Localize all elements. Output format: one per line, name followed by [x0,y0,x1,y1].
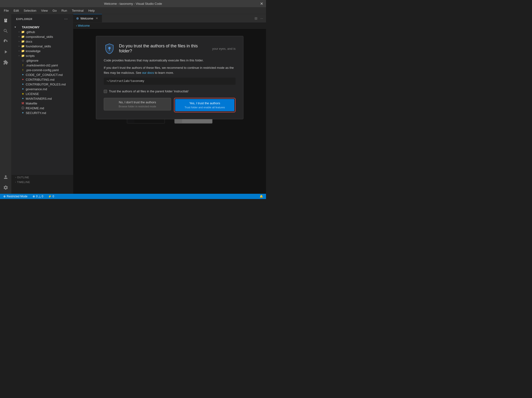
errors-count: 0 [36,195,38,198]
menu-item-edit[interactable]: Edit [12,8,21,13]
folder-icon: 📁 [21,44,25,48]
tree-item-docs[interactable]: › 📁 docs [11,39,73,44]
governance-label: governance.md [26,87,73,91]
tree-item-security[interactable]: ✦ SECURITY.md [11,110,73,115]
menu-item-run[interactable]: Run [59,8,69,13]
github-label: .github [26,30,73,34]
security-icon: ✦ [21,111,25,115]
tree-item-precommit[interactable]: ! .pre-commit-config.yaml [11,68,73,72]
more-actions-button[interactable]: ··· [259,16,264,21]
welcome-tab[interactable]: ⊕ Welcome ✕ [73,14,102,22]
root-folder[interactable]: ▼ TAXONOMY [11,25,73,30]
coc-icon: ✦ [21,73,25,77]
coc-label: CODE_OF_CONDUCT.md [26,73,73,77]
yes-trust-sub: Trust folder and enable all features [179,106,231,109]
bell-icon: 🔔 [260,195,263,198]
menu-item-help[interactable]: Help [86,8,97,13]
notification-bell[interactable]: 🔔 [259,194,264,199]
license-icon: ★ [21,92,25,96]
folder-icon: 📁 [21,49,25,53]
menu-item-selection[interactable]: Selection [22,8,38,13]
settings-activity-icon[interactable] [1,183,10,192]
precommit-label: .pre-commit-config.yaml [26,68,73,72]
file-tree: ▼ TAXONOMY › 📁 .github › 📁 compositional… [11,24,73,175]
license-label: LICENSE [26,92,73,96]
no-trust-sub: Browse folder in restricted mode [108,105,167,108]
menu-item-terminal[interactable]: Terminal [70,8,85,13]
dialog-title-right: your eyes, and is [212,47,235,51]
close-button[interactable]: ✕ [260,1,263,6]
split-editor-button[interactable]: ⊟ [254,16,258,21]
dialog-overlay: Do you trust the authors of the files in… [73,29,266,194]
tree-item-governance[interactable]: ✦ governance.md [11,87,73,91]
folder-collapsed-arrow: › [17,35,21,39]
tree-item-knowledge[interactable]: › 📁 knowledge [11,49,73,53]
remote-icon: ⚡ [48,195,52,198]
contributor-roles-icon: ✦ [21,82,25,86]
makefile-label: Makefile [26,102,73,105]
trust-parent-checkbox[interactable] [104,90,107,93]
dialog-body-p1: Code provides features that may automati… [104,58,235,63]
maintainers-label: MAINTAINERS.md [26,97,73,100]
status-bar: ⊕ Restricted Mode ⊗ 0 △ 0 ⚡ 0 🔔 [0,194,266,199]
breadcrumb-welcome[interactable]: ‹ Welcome [76,24,90,27]
folder-arrow: ▼ [13,25,17,29]
tree-item-gitignore[interactable]: ◇ .gitignore [11,58,73,63]
tree-item-foundational-skills[interactable]: › 📁 foundational_skills [11,44,73,49]
timeline-label: TIMELINE [17,181,30,184]
folder-collapsed-arrow: › [17,30,21,34]
tree-item-markdownlint[interactable]: ! .markdownlint-cli2.yaml [11,63,73,68]
main-layout: EXPLORER ··· ▼ TAXONOMY › 📁 .github › 📁 [0,14,266,194]
makefile-icon: M [21,101,25,105]
maintainers-icon: ✦ [21,97,25,100]
dialog-body: Code provides features that may automati… [104,58,235,75]
explorer-activity-icon[interactable] [1,16,10,25]
sidebar-more-button[interactable]: ··· [64,17,68,21]
tree-item-coc[interactable]: ✦ CODE_OF_CONDUCT.md [11,72,73,77]
tree-item-makefile[interactable]: M Makefile [11,101,73,106]
remote-indicator[interactable]: ⚡ 0 [47,194,55,199]
menu-item-file[interactable]: File [2,8,11,13]
source-control-activity-icon[interactable] [1,37,10,46]
dialog-docs-link[interactable]: our docs [142,71,154,75]
tree-item-license[interactable]: ★ LICENSE [11,91,73,96]
menu-item-view[interactable]: View [39,8,50,13]
sidebar-header: EXPLORER ··· [11,14,73,24]
markdownlint-label: .markdownlint-cli2.yaml [26,64,73,67]
tree-item-github[interactable]: › 📁 .github [11,30,73,34]
errors-icon: ⊗ [33,195,35,198]
tree-item-contributor-roles[interactable]: ✦ CONTRIBUTOR_ROLES.md [11,82,73,87]
tree-item-readme[interactable]: ⓘ README.md [11,106,73,110]
welcome-tab-close[interactable]: ✕ [95,16,99,20]
restricted-mode-indicator[interactable]: ⊕ Restricted Mode [2,194,29,199]
panel-area: › OUTLINE › TIMELINE [11,175,73,194]
tree-item-scripts[interactable]: › 📁 scripts [11,53,73,58]
timeline-panel[interactable]: › TIMELINE [11,180,73,185]
warnings-icon: △ [38,195,41,198]
menu-item-go[interactable]: Go [51,8,58,13]
precommit-icon: ! [21,68,25,72]
search-activity-icon[interactable] [1,27,10,35]
extensions-activity-icon[interactable] [1,58,10,67]
dialog-checkbox-row: Trust the authors of all files in the pa… [104,90,235,93]
tree-item-maintainers[interactable]: ✦ MAINTAINERS.md [11,96,73,101]
scripts-label: scripts [26,54,73,58]
run-debug-activity-icon[interactable] [1,48,10,56]
svg-point-0 [108,47,111,49]
yes-trust-button[interactable]: Yes, I trust the authors Trust folder an… [175,99,234,111]
security-label: SECURITY.md [26,111,73,115]
folder-icon: 📁 [21,30,25,34]
explorer-label: EXPLORER [16,18,33,20]
contributing-icon: ✦ [21,77,25,81]
tree-item-compositional-skills[interactable]: › 📁 compositional_skills [11,34,73,39]
foundational-skills-label: foundational_skills [26,45,73,48]
outline-panel[interactable]: › OUTLINE [11,175,73,180]
account-activity-icon[interactable] [1,173,10,181]
tree-item-contributing[interactable]: ✦ CONTRIBUTING.md [11,77,73,82]
no-trust-button[interactable]: No, I don't trust the authors Browse fol… [104,98,171,110]
errors-indicator[interactable]: ⊗ 0 △ 0 [32,194,44,199]
welcome-content: Get Started with VS Code Customize your … [73,29,266,194]
breadcrumb: ‹ Welcome [73,23,266,29]
dialog-path: ~/instructlab/taxonomy [104,77,235,85]
editor-area: ⊕ Welcome ✕ ⊟ ··· ‹ Welcome Get Started … [73,14,266,194]
